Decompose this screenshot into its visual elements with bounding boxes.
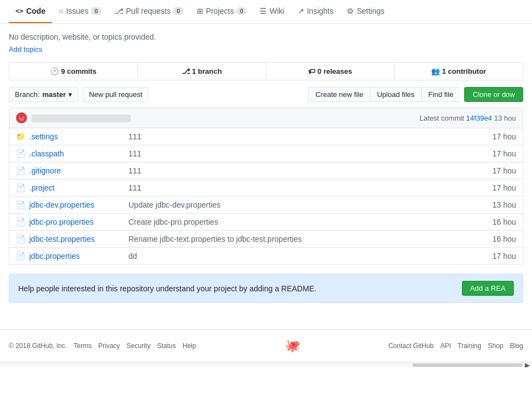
issues-badge: 0 bbox=[91, 7, 101, 15]
stat-commits[interactable]: 🕐 9 commits bbox=[9, 63, 138, 80]
branches-count: 1 bbox=[192, 67, 196, 75]
file-icon: 📄 bbox=[16, 149, 25, 158]
tab-issues[interactable]: ○ Issues 0 bbox=[52, 0, 108, 23]
stat-contributors[interactable]: 👥 1 contributor bbox=[395, 63, 523, 80]
file-commit-message: 111 bbox=[128, 183, 492, 192]
footer-inner: © 2018 GitHub, Inc. Terms Privacy Securi… bbox=[9, 339, 523, 353]
settings-icon: ⚙ bbox=[347, 7, 354, 15]
file-name[interactable]: jdbc-pro.properties bbox=[29, 218, 128, 226]
commits-label: commits bbox=[67, 67, 96, 75]
file-time: 13 hou bbox=[492, 200, 516, 209]
contributors-icon: 👥 bbox=[431, 67, 442, 75]
avatar: 🐙 bbox=[16, 112, 27, 123]
latest-commit-info: Latest commit 14f39e4 13 hou bbox=[420, 114, 516, 122]
projects-icon: ⊞ bbox=[197, 7, 203, 15]
latest-commit-time: 13 hou bbox=[494, 114, 516, 122]
file-icon: 📄 bbox=[16, 252, 25, 260]
add-readme-button[interactable]: Add a REA bbox=[462, 281, 514, 296]
file-action-buttons: Create new file Upload files Find file C… bbox=[308, 87, 523, 102]
footer-right: Contact GitHub API Training Shop Blog bbox=[389, 342, 523, 350]
file-time: 16 hou bbox=[492, 218, 516, 226]
file-icon: 📄 bbox=[16, 183, 25, 192]
footer-link-help[interactable]: Help bbox=[182, 342, 196, 350]
footer-link-blog[interactable]: Blog bbox=[510, 342, 523, 350]
new-pull-request-button[interactable]: New pull request bbox=[83, 87, 148, 102]
repo-main: No description, website, or topics provi… bbox=[0, 24, 532, 312]
file-commit-message: 111 bbox=[128, 166, 492, 175]
tab-insights[interactable]: ↗ Insights bbox=[291, 0, 340, 23]
upload-files-button[interactable]: Upload files bbox=[370, 87, 421, 102]
code-icon: <> bbox=[15, 7, 23, 15]
find-file-button[interactable]: Find file bbox=[421, 87, 460, 102]
add-topics-link[interactable]: Add topics bbox=[9, 45, 42, 53]
file-time: 17 hou bbox=[492, 252, 516, 260]
tab-projects[interactable]: ⊞ Projects 0 bbox=[190, 0, 254, 23]
tab-settings-label: Settings bbox=[357, 7, 385, 15]
github-logo: 🐙 bbox=[285, 339, 300, 353]
table-row: 📄 jdbc.properties dd 17 hou bbox=[9, 248, 523, 264]
tab-wiki-label: Wiki bbox=[270, 7, 284, 15]
file-icon: 📄 bbox=[16, 200, 25, 209]
horizontal-scrollbar[interactable] bbox=[412, 363, 523, 367]
file-commit-message: 111 bbox=[128, 132, 492, 141]
contributors-label: contributor bbox=[448, 67, 486, 75]
readme-banner-text: Help people interested in this repositor… bbox=[18, 284, 316, 293]
pr-badge: 0 bbox=[173, 7, 183, 15]
footer-link-privacy[interactable]: Privacy bbox=[98, 342, 120, 350]
insights-icon: ↗ bbox=[298, 7, 304, 15]
contributors-count: 1 bbox=[442, 67, 446, 75]
issues-icon: ○ bbox=[58, 7, 63, 15]
branch-bar: Branch: master ▾ New pull request Create… bbox=[9, 87, 523, 102]
file-name[interactable]: jdbc-dev.properties bbox=[29, 200, 128, 209]
tab-issues-label: Issues bbox=[66, 7, 88, 15]
tab-code[interactable]: <> Code bbox=[9, 0, 52, 23]
branch-dropdown[interactable]: Branch: master ▾ bbox=[9, 87, 78, 102]
footer-link-api[interactable]: API bbox=[440, 342, 451, 350]
file-table: 🐙 Latest commit 14f39e4 13 hou 📁 .settin… bbox=[9, 107, 523, 265]
footer-link-terms[interactable]: Terms bbox=[74, 342, 92, 350]
file-time: 16 hou bbox=[492, 235, 516, 243]
table-row: 📄 jdbc-dev.properties Update jdbc-dev.pr… bbox=[9, 197, 523, 214]
latest-commit-hash[interactable]: 14f39e4 bbox=[466, 114, 492, 122]
file-name[interactable]: .gitignore bbox=[29, 166, 128, 175]
scroll-arrow-right[interactable]: ▶ bbox=[525, 361, 530, 368]
file-icon: 📄 bbox=[16, 166, 25, 175]
tab-bar: <> Code ○ Issues 0 ⎇ Pull requests 0 ⊞ P… bbox=[0, 0, 532, 24]
file-name[interactable]: .classpath bbox=[29, 149, 128, 158]
stat-releases[interactable]: 🏷 0 releases bbox=[266, 63, 395, 80]
file-time: 17 hou bbox=[492, 166, 516, 175]
table-row: 📄 .project 111 17 hou bbox=[9, 180, 523, 197]
commits-icon: 🕐 bbox=[50, 67, 61, 75]
wiki-icon: ☰ bbox=[260, 7, 267, 15]
file-name[interactable]: .settings bbox=[29, 132, 128, 141]
tab-wiki[interactable]: ☰ Wiki bbox=[253, 0, 291, 23]
branches-label: branch bbox=[198, 67, 222, 75]
commit-message-text bbox=[31, 113, 131, 122]
tag-icon: 🏷 bbox=[308, 67, 318, 75]
file-commit-message: Create jdbc-pro.properties bbox=[128, 218, 492, 226]
clone-or-download-button[interactable]: Clone or dow bbox=[464, 87, 523, 102]
file-commit-message: Update jdbc-dev.properties bbox=[128, 200, 492, 209]
file-name[interactable]: .project bbox=[29, 183, 128, 192]
tab-settings[interactable]: ⚙ Settings bbox=[340, 0, 391, 23]
file-commit-message: Rename jdbc-text.properties to jdbc-test… bbox=[128, 235, 492, 243]
commits-count: 9 bbox=[61, 67, 65, 75]
footer-link-training[interactable]: Training bbox=[458, 342, 481, 350]
stat-branches[interactable]: ⎇ 1 branch bbox=[138, 63, 266, 80]
folder-icon: 📁 bbox=[16, 132, 25, 141]
file-icon: 📄 bbox=[16, 218, 25, 226]
branch-name: master bbox=[42, 90, 66, 99]
footer: © 2018 GitHub, Inc. Terms Privacy Securi… bbox=[0, 329, 532, 362]
table-row: 📄 .gitignore 111 17 hou bbox=[9, 162, 523, 180]
footer-link-status[interactable]: Status bbox=[157, 342, 176, 350]
footer-link-shop[interactable]: Shop bbox=[488, 342, 503, 350]
file-name[interactable]: jdbc.properties bbox=[29, 252, 128, 260]
branch-selector: Branch: master ▾ New pull request bbox=[9, 87, 148, 102]
tab-pull-requests[interactable]: ⎇ Pull requests 0 bbox=[108, 0, 190, 23]
latest-commit-prefix: Latest commit bbox=[420, 114, 464, 122]
create-new-file-button[interactable]: Create new file bbox=[308, 87, 370, 102]
file-name[interactable]: jdbc-test.properties bbox=[29, 235, 128, 243]
tab-code-label: Code bbox=[26, 7, 45, 15]
footer-link-contact-github[interactable]: Contact GitHub bbox=[389, 342, 434, 350]
footer-link-security[interactable]: Security bbox=[127, 342, 151, 350]
